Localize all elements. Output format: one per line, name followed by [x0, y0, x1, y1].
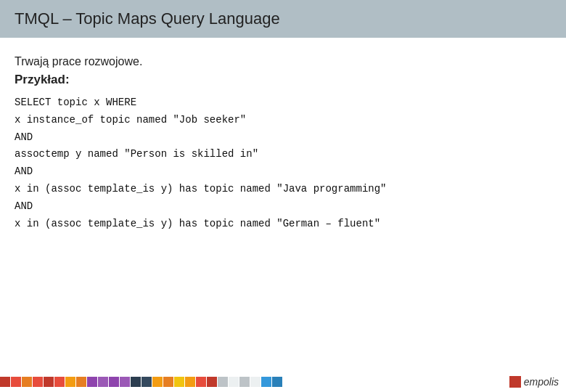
color-swatch — [163, 377, 173, 387]
footer: empolis — [0, 372, 566, 392]
code-line: AND — [15, 163, 551, 181]
color-swatch — [239, 377, 250, 387]
code-line: assoctemp y named "Person is skilled in" — [15, 146, 551, 163]
color-swatch — [87, 377, 97, 387]
code-line: AND — [15, 198, 551, 216]
color-swatch — [207, 377, 217, 387]
page-header: TMQL – Topic Maps Query Language — [0, 0, 566, 38]
color-swatch — [250, 377, 261, 387]
color-swatch — [272, 377, 282, 387]
color-swatch — [152, 377, 163, 387]
logo-text: empolis — [524, 376, 559, 388]
color-swatch — [218, 377, 228, 387]
color-swatch — [44, 377, 54, 387]
code-line: SELECT topic x WHERE — [15, 94, 551, 112]
color-swatch — [0, 377, 10, 387]
color-swatch — [142, 377, 152, 387]
example-label: Przykład: — [15, 73, 551, 87]
subtitle-text: Trwają prace rozwojowe. — [15, 55, 551, 68]
logo-area: empolis — [509, 376, 559, 388]
color-swatch — [22, 377, 32, 387]
code-line: AND — [15, 129, 551, 147]
color-swatch — [11, 377, 21, 387]
code-line: x in (assoc template_is y) has topic nam… — [15, 216, 551, 233]
code-line: x instance_of topic named "Job seeker" — [15, 112, 551, 129]
color-swatch — [261, 377, 271, 387]
logo-icon — [509, 376, 521, 388]
code-line: x in (assoc template_is y) has topic nam… — [15, 181, 551, 198]
color-swatch — [229, 377, 239, 387]
color-swatch — [98, 377, 108, 387]
page-title: TMQL – Topic Maps Query Language — [15, 9, 280, 28]
color-swatch — [33, 377, 43, 387]
color-swatch — [185, 377, 195, 387]
color-swatch — [131, 377, 141, 387]
color-swatch — [54, 377, 65, 387]
color-swatch — [65, 377, 75, 387]
color-swatch — [196, 377, 206, 387]
color-swatch — [109, 377, 119, 387]
color-swatch — [174, 377, 184, 387]
color-swatch — [120, 377, 130, 387]
main-content: Trwają prace rozwojowe. Przykład: SELECT… — [0, 38, 566, 247]
color-strip — [0, 372, 283, 392]
color-swatch — [76, 377, 86, 387]
code-block: SELECT topic x WHEREx instance_of topic … — [15, 94, 551, 232]
